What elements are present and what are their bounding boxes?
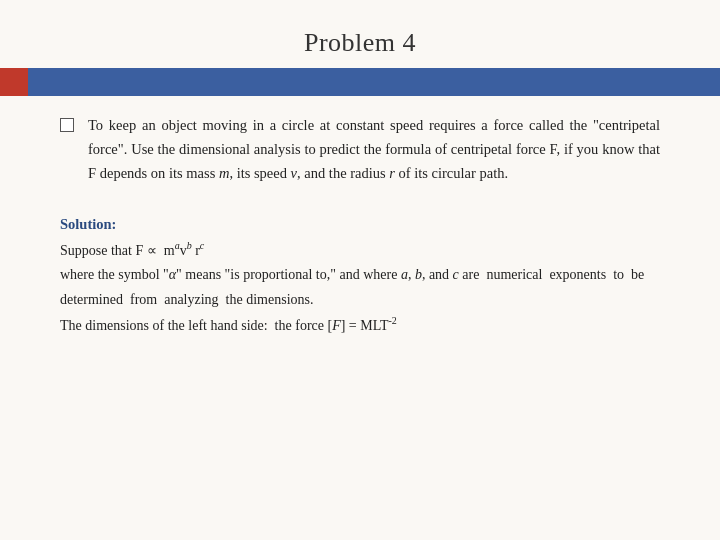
- page: Problem 4 To keep an object moving in a …: [0, 0, 720, 540]
- solution-line3: The dimensions of the left hand side: th…: [60, 312, 660, 338]
- solution-label-line: Solution:: [60, 212, 660, 238]
- superscript-a: a: [175, 240, 180, 251]
- bullet-row: To keep an object moving in a circle at …: [60, 114, 660, 186]
- bar-accent: [0, 68, 28, 96]
- solution-line1: Suppose that F ∝ mavb rc: [60, 237, 660, 263]
- superscript-neg2: -2: [389, 315, 397, 326]
- alpha-symbol: α: [169, 267, 176, 282]
- page-title: Problem 4: [304, 28, 416, 57]
- checkbox-icon: [60, 118, 74, 132]
- solution-label: Solution:: [60, 216, 116, 232]
- content-area: To keep an object moving in a circle at …: [0, 96, 720, 186]
- solution-line2: where the symbol "α" means "is proportio…: [60, 263, 660, 312]
- bullet-text: To keep an object moving in a circle at …: [88, 114, 660, 186]
- blue-bar: [0, 68, 720, 96]
- superscript-c: c: [200, 240, 204, 251]
- solution-block: Solution: Suppose that F ∝ mavb rc where…: [0, 196, 720, 339]
- title-section: Problem 4: [0, 0, 720, 68]
- superscript-b: b: [187, 240, 192, 251]
